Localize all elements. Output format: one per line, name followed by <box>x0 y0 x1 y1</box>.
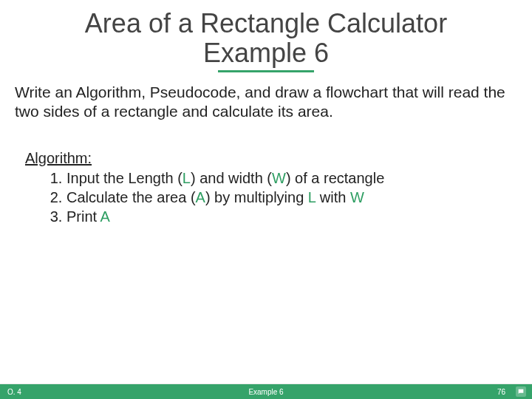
footer-center: Example 6 <box>248 388 283 396</box>
step-text: Calculate the area ( <box>66 189 196 205</box>
step-var: W <box>272 170 286 186</box>
step-var: W <box>350 189 364 205</box>
slide-title-block: Area of a Rectangle Calculator Example 6 <box>0 0 532 72</box>
step-text: with <box>316 189 350 205</box>
slide-body: Write an Algorithm, Pseudocode, and draw… <box>0 72 532 226</box>
step-var: A <box>196 189 205 205</box>
footer-left: O. 4 <box>0 388 21 396</box>
step-text: ) of a rectangle <box>286 170 384 186</box>
algorithm-step: Print A <box>66 207 517 226</box>
comment-icon[interactable] <box>516 386 526 397</box>
step-text: Input the Length ( <box>66 170 183 186</box>
title-line-2: Example 6 <box>0 38 532 68</box>
algorithm-label: Algorithm: <box>25 150 517 167</box>
step-text: ) by multiplying <box>205 189 308 205</box>
slide: Area of a Rectangle Calculator Example 6… <box>0 0 532 399</box>
algorithm-block: Algorithm: Input the Length (L) and widt… <box>15 150 517 226</box>
footer-page-number: 76 <box>497 388 505 396</box>
step-var: L <box>308 189 316 205</box>
step-var: A <box>100 208 110 225</box>
title-line-1: Area of a Rectangle Calculator <box>0 9 532 38</box>
step-text: ) and width ( <box>191 170 272 186</box>
step-text: Print <box>66 208 100 225</box>
problem-statement: Write an Algorithm, Pseudocode, and draw… <box>15 83 517 122</box>
step-var: L <box>183 170 191 186</box>
footer-bar: O. 4 Example 6 76 <box>0 384 532 399</box>
algorithm-list: Input the Length (L) and width (W) of a … <box>25 168 517 226</box>
algorithm-step: Calculate the area (A) by multiplying L … <box>66 188 517 207</box>
algorithm-step: Input the Length (L) and width (W) of a … <box>66 168 517 188</box>
